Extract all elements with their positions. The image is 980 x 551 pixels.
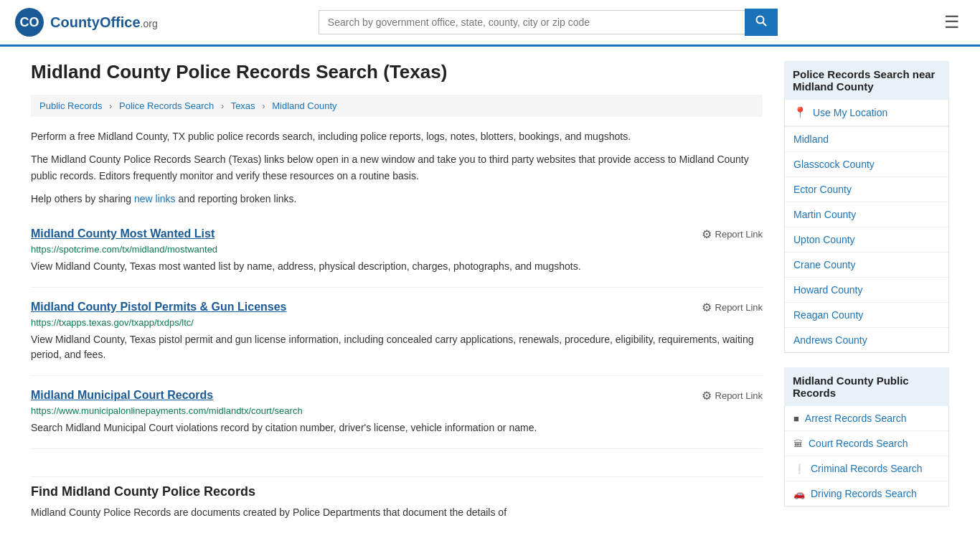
sidebar-item-criminal[interactable]: ❕ Criminal Records Search [785,456,948,481]
driving-label: Driving Records Search [811,488,917,499]
search-input[interactable] [319,10,745,34]
sidebar-item-crane[interactable]: Crane County [785,253,948,278]
svg-text:CO: CO [20,15,39,29]
intro-3-suffix: and reporting broken links. [176,193,297,204]
find-section: Find Midland County Police Records Midla… [31,449,763,533]
result-title-2[interactable]: Midland County Pistol Permits & Gun Lice… [31,301,287,314]
find-section-heading: Find Midland County Police Records [31,476,763,499]
logo-text: CountyOffice.org [50,14,158,31]
breadcrumb: Public Records › Police Records Search ›… [31,95,763,117]
sidebar-nearby-title: Police Records Search near Midland Count… [784,61,949,100]
result-item-2: Midland County Pistol Permits & Gun Lice… [31,288,763,376]
intro-3-prefix: Help others by sharing [31,193,134,204]
svg-line-3 [763,22,766,26]
sidebar-item-martin[interactable]: Martin County [785,202,948,227]
search-button[interactable] [745,9,778,36]
search-area [319,9,778,36]
criminal-label: Criminal Records Search [811,463,923,474]
breadcrumb-sep-1: › [109,100,112,111]
sidebar-item-andrews[interactable]: Andrews County [785,328,948,352]
sidebar-use-location[interactable]: 📍 Use My Location [785,100,948,127]
intro-paragraph-3: Help others by sharing new links and rep… [31,191,763,207]
report-link-button-1[interactable]: ⚙ Report Link [702,227,763,241]
result-title-1[interactable]: Midland County Most Wanted List [31,227,215,240]
breadcrumb-police-records[interactable]: Police Records Search [119,100,214,111]
logo-icon: CO [14,7,44,37]
sidebar-nearby-label-0: Midland [793,133,829,145]
sidebar-item-glasscock[interactable]: Glasscock County [785,152,948,177]
menu-button[interactable]: ☰ [938,9,966,35]
report-link-label-1: Report Link [715,229,763,240]
sidebar-nearby-list: 📍 Use My Location Midland Glasscock Coun… [784,100,949,353]
result-header-3: Midland Municipal Court Records ⚙ Report… [31,389,763,402]
sidebar-public-records-section: Midland County Public Records ■ Arrest R… [784,367,949,507]
arrest-label: Arrest Records Search [805,413,907,424]
report-link-label-3: Report Link [715,390,763,401]
breadcrumb-sep-2: › [221,100,224,111]
flag-icon-2: ⚙ [702,301,712,314]
breadcrumb-midland-county[interactable]: Midland County [272,100,336,111]
sidebar-nearby-label-4: Upton County [793,234,855,245]
result-header-2: Midland County Pistol Permits & Gun Lice… [31,301,763,314]
result-url-3: https://www.municipalonlinepayments.com/… [31,405,763,416]
intro-paragraph-2: The Midland County Police Records Search… [31,151,763,184]
location-pin-icon: 📍 [793,106,807,119]
sidebar: Police Records Search near Midland Count… [784,61,949,533]
result-url-1: https://spotcrime.com/tx/midland/mostwan… [31,244,763,255]
logo[interactable]: CO CountyOffice.org [14,7,158,37]
sidebar-nearby-label-2: Ector County [793,184,852,195]
sidebar-nearby-label-1: Glasscock County [793,159,875,170]
criminal-icon: ❕ [793,463,805,474]
result-item-1: Midland County Most Wanted List ⚙ Report… [31,215,763,288]
page-title: Midland County Police Records Search (Te… [31,61,763,83]
driving-icon: 🚗 [793,489,805,499]
site-header: CO CountyOffice.org ☰ [0,0,980,47]
use-location-label: Use My Location [813,107,887,118]
result-desc-2: View Midland County, Texas pistol permit… [31,332,763,362]
find-section-desc: Midland County Police Records are docume… [31,505,763,520]
sidebar-nearby-label-3: Martin County [793,209,856,220]
result-url-2: https://txapps.texas.gov/txapp/txdps/ltc… [31,317,763,328]
arrest-icon: ■ [793,413,799,424]
result-desc-1: View Midland County, Texas most wanted l… [31,259,763,274]
report-link-button-2[interactable]: ⚙ Report Link [702,301,763,314]
sidebar-item-driving[interactable]: 🚗 Driving Records Search [785,481,948,506]
sidebar-public-records-list: ■ Arrest Records Search 🏛 Court Records … [784,406,949,507]
result-desc-3: Search Midland Municipal Court violation… [31,420,763,435]
new-links-link[interactable]: new links [134,193,176,204]
sidebar-nearby-section: Police Records Search near Midland Count… [784,61,949,353]
report-link-label-2: Report Link [715,302,763,313]
flag-icon-1: ⚙ [702,227,712,241]
sidebar-public-records-title: Midland County Public Records [784,367,949,406]
sidebar-item-upton[interactable]: Upton County [785,227,948,253]
court-label: Court Records Search [809,438,908,449]
sidebar-nearby-label-6: Howard County [793,284,863,296]
result-title-3[interactable]: Midland Municipal Court Records [31,389,213,402]
result-item-3: Midland Municipal Court Records ⚙ Report… [31,376,763,449]
sidebar-nearby-label-5: Crane County [793,259,855,270]
main-container: Midland County Police Records Search (Te… [17,47,963,547]
result-header-1: Midland County Most Wanted List ⚙ Report… [31,227,763,241]
sidebar-item-reagan[interactable]: Reagan County [785,303,948,328]
flag-icon-3: ⚙ [702,389,712,402]
content-area: Midland County Police Records Search (Te… [31,61,763,533]
sidebar-item-midland[interactable]: Midland [785,127,948,152]
court-icon: 🏛 [793,438,803,449]
intro-paragraph-1: Perform a free Midland County, TX public… [31,128,763,144]
sidebar-item-court[interactable]: 🏛 Court Records Search [785,431,948,456]
breadcrumb-texas[interactable]: Texas [231,100,255,111]
sidebar-item-arrest[interactable]: ■ Arrest Records Search [785,406,948,431]
use-location-link[interactable]: 📍 Use My Location [785,100,948,126]
sidebar-nearby-label-7: Reagan County [793,309,863,321]
sidebar-nearby-label-8: Andrews County [793,334,867,346]
sidebar-item-howard[interactable]: Howard County [785,278,948,303]
sidebar-item-ector[interactable]: Ector County [785,177,948,202]
breadcrumb-sep-3: › [262,100,265,111]
report-link-button-3[interactable]: ⚙ Report Link [702,389,763,402]
breadcrumb-public-records[interactable]: Public Records [39,100,102,111]
